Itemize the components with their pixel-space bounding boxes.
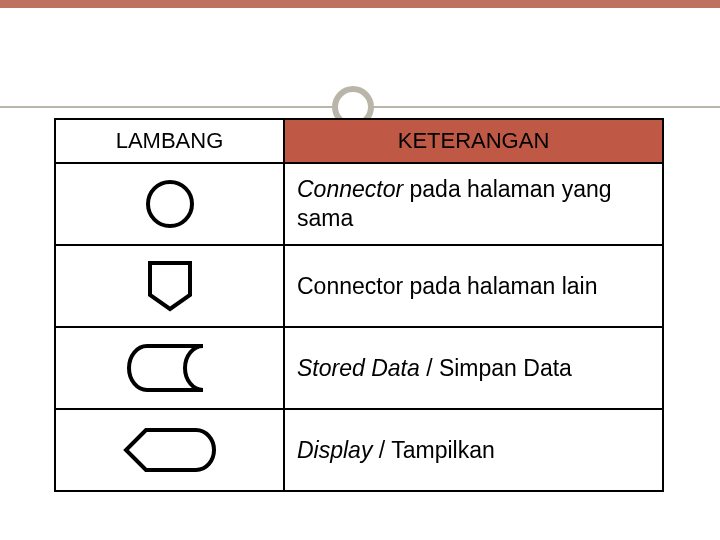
symbol-cell [55,245,284,327]
table-row: Stored Data / Simpan Data [55,327,663,409]
connector-off-page-icon [144,259,196,313]
table-row: Display / Tampilkan [55,409,663,491]
stored-data-icon [125,340,215,396]
desc-italic: Display [297,437,372,463]
display-icon [122,424,218,476]
desc-plain: / Tampilkan [372,437,494,463]
connector-same-page-icon [144,178,196,230]
slide: LAMBANG KETERANGAN Connector pada halama… [0,0,720,540]
desc-cell: Connector pada halaman yang sama [284,163,663,245]
desc-cell: Connector pada halaman lain [284,245,663,327]
desc-cell: Stored Data / Simpan Data [284,327,663,409]
desc-plain: Connector pada halaman lain [297,273,597,299]
table-row: Connector pada halaman yang sama [55,163,663,245]
symbol-cell [55,163,284,245]
legend-table: LAMBANG KETERANGAN Connector pada halama… [54,118,664,492]
top-accent-bar [0,0,720,8]
desc-plain: / Simpan Data [420,355,572,381]
desc-italic: Stored Data [297,355,420,381]
table-header-row: LAMBANG KETERANGAN [55,119,663,163]
desc-italic: Connector [297,176,403,202]
header-keterangan: KETERANGAN [284,119,663,163]
desc-cell: Display / Tampilkan [284,409,663,491]
header-lambang: LAMBANG [55,119,284,163]
symbol-cell [55,327,284,409]
table-row: Connector pada halaman lain [55,245,663,327]
svg-point-0 [148,182,192,226]
symbol-cell [55,409,284,491]
